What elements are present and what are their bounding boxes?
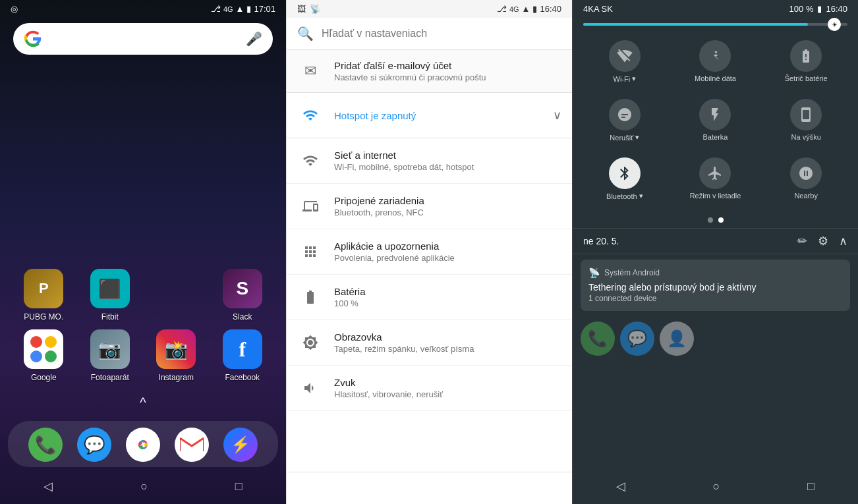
brightness-knob[interactable]: ☀ bbox=[828, 18, 841, 31]
home-button[interactable]: ○ bbox=[140, 480, 148, 493]
qs-tile-bluetooth[interactable]: Bluetooth ▾ bbox=[581, 151, 669, 207]
app-item-fitbit[interactable]: ⬛ Fitbit bbox=[90, 269, 130, 322]
home-screen-panel: ◎ ⎇ 4G ▲ ▮ 17:01 🎤 P PUBG MO. bbox=[0, 0, 286, 504]
battery-settings-icon bbox=[297, 284, 324, 310]
qs-tile-nearby[interactable]: Nearby bbox=[762, 151, 850, 207]
qs-tile-wifi[interactable]: Wi-Fi ▾ bbox=[581, 34, 669, 90]
qs-home-button[interactable]: ○ bbox=[713, 480, 720, 493]
settings-search-input[interactable] bbox=[322, 28, 561, 40]
bt-dropdown-arrow: ▾ bbox=[639, 192, 643, 200]
qs-settings-button[interactable]: ⚙ bbox=[818, 234, 828, 248]
settings-item-connected[interactable]: Pripojené zariadenia Bluetooth, prenos, … bbox=[287, 184, 572, 229]
settings-bt-icon: ⎇ bbox=[497, 4, 507, 14]
qs-tiles-grid: Wi-Fi ▾ Mobilné dáta Šetrič batérie Neru… bbox=[573, 28, 858, 212]
settings-panel: 🖼 📡 ⎇ 4G ▲ ▮ 16:40 🔍 ✉ Pridať ďalší e-ma… bbox=[286, 0, 572, 504]
app-item-instagram[interactable]: 📸 Instagram bbox=[156, 329, 196, 382]
settings-item-sound[interactable]: Zvuk Hlasitosť, vibrovanie, nerušiť bbox=[287, 366, 572, 411]
network-icon bbox=[297, 148, 324, 174]
portrait-tile-icon bbox=[790, 99, 822, 130]
apps-subtitle: Povolenia, predvolené aplikácie bbox=[334, 253, 455, 263]
home-battery-icon: ▮ bbox=[246, 4, 251, 14]
dnd-tile-icon bbox=[609, 99, 641, 130]
qs-battery-pct: 100 % bbox=[789, 4, 814, 14]
settings-recents-button[interactable]: □ bbox=[521, 480, 529, 493]
settings-home-button[interactable]: ○ bbox=[427, 480, 434, 493]
qs-tile-battery-saver[interactable]: Šetrič batérie bbox=[762, 34, 850, 90]
flashlight-tile-icon bbox=[699, 99, 731, 130]
camera-label: Fotoaparát bbox=[91, 373, 129, 382]
app-item-google[interactable]: Google bbox=[24, 329, 63, 382]
qs-tile-mobile-data[interactable]: Mobilné dáta bbox=[672, 34, 760, 90]
hotspot-item[interactable]: Hotspot je zapnutý ∨ bbox=[287, 93, 572, 138]
settings-search-icon: 🔍 bbox=[297, 26, 314, 42]
app-item-facebook[interactable]: f Facebook bbox=[223, 329, 262, 382]
settings-suggestion[interactable]: ✉ Pridať ďalší e-mailový účet Nastavte s… bbox=[287, 50, 572, 93]
qs-edit-button[interactable]: ✏ bbox=[797, 234, 807, 248]
battery-saver-tile-icon bbox=[790, 40, 822, 72]
connected-subtitle: Bluetooth, prenos, NFC bbox=[334, 208, 424, 217]
mobile-data-tile-icon bbox=[699, 40, 731, 72]
app-item-slack[interactable]: S Slack bbox=[223, 269, 262, 322]
qs-recents-button[interactable]: □ bbox=[807, 480, 815, 493]
notification-card-tethering[interactable]: 📡 Systém Android Tethering alebo prístup… bbox=[581, 260, 850, 311]
sound-icon bbox=[297, 375, 324, 401]
google-search-bar[interactable]: 🎤 bbox=[13, 23, 273, 55]
phone-dock-icon[interactable]: 📞 bbox=[28, 428, 63, 462]
email-suggestion-text: Pridať ďalší e-mailový účet Nastavte si … bbox=[334, 60, 486, 82]
qs-battery-icon: ▮ bbox=[817, 4, 822, 14]
qs-dot-2 bbox=[718, 217, 724, 223]
app-item-camera[interactable]: 📷 Fotoaparát bbox=[90, 329, 130, 382]
home-signal-icon: ◎ bbox=[11, 4, 18, 14]
app-item-pubg[interactable]: P PUBG MO. bbox=[24, 269, 63, 322]
wifi-tile-icon bbox=[609, 40, 641, 72]
gmail-dock-icon[interactable] bbox=[175, 428, 209, 462]
email-suggestion-title: Pridať ďalší e-mailový účet bbox=[334, 60, 486, 71]
qs-page-dots bbox=[573, 212, 858, 228]
pubg-icon: P bbox=[24, 269, 63, 308]
qs-bg-extra-icon: 👤 bbox=[660, 322, 694, 356]
apps-text: Aplikácie a upozornenia Povolenia, predv… bbox=[334, 240, 455, 263]
qs-bg-msg-icon: 💬 bbox=[620, 322, 654, 356]
home-4g-icon: 4G bbox=[223, 5, 233, 13]
settings-4g-icon: 4G bbox=[509, 5, 519, 13]
qs-dot-1 bbox=[708, 217, 713, 223]
settings-item-network[interactable]: Sieť a internet Wi-Fi, mobilné, spotreba… bbox=[287, 138, 572, 184]
network-subtitle: Wi-Fi, mobilné, spotreba dát, hotspot bbox=[334, 162, 474, 172]
settings-hotspot-status-icon: 📡 bbox=[310, 4, 320, 14]
swipe-up-indicator[interactable]: ^ bbox=[0, 390, 286, 416]
settings-image-icon: 🖼 bbox=[297, 4, 306, 14]
instagram-icon: 📸 bbox=[156, 329, 196, 369]
hotspot-label: Hotspot je zapnutý bbox=[334, 110, 553, 121]
mic-icon[interactable]: 🎤 bbox=[246, 31, 262, 47]
brightness-control[interactable]: ☀ bbox=[573, 18, 858, 28]
recents-button[interactable]: □ bbox=[235, 480, 243, 493]
brightness-bar[interactable]: ☀ bbox=[583, 23, 847, 26]
settings-status-bar: 🖼 📡 ⎇ 4G ▲ ▮ 16:40 bbox=[287, 0, 572, 18]
qs-tile-dnd[interactable]: Nerušiť ▾ bbox=[581, 92, 669, 148]
qs-collapse-button[interactable]: ∧ bbox=[839, 234, 847, 248]
messenger-dock-icon[interactable]: ⚡ bbox=[223, 428, 258, 462]
google-label: Google bbox=[31, 373, 57, 382]
qs-tile-portrait[interactable]: Na výšku bbox=[762, 92, 850, 148]
app-dock: 📞 💬 ⚡ bbox=[8, 421, 278, 467]
back-button[interactable]: ◁ bbox=[43, 479, 53, 493]
google-icon bbox=[24, 329, 63, 369]
qs-status-bar: 4KA SK 100 % ▮ 16:40 bbox=[573, 0, 858, 18]
instagram-label: Instagram bbox=[159, 373, 194, 382]
settings-back-button[interactable]: ◁ bbox=[330, 479, 339, 493]
home-nav-bar: ◁ ○ □ bbox=[0, 472, 286, 504]
settings-item-display[interactable]: Obrazovka Tapeta, režim spánku, veľkosť … bbox=[287, 320, 572, 366]
sound-subtitle: Hlasitosť, vibrovanie, nerušiť bbox=[334, 389, 443, 399]
messages-dock-icon[interactable]: 💬 bbox=[77, 428, 111, 462]
notif-app-name: Systém Android bbox=[604, 268, 660, 277]
settings-item-apps[interactable]: Aplikácie a upozornenia Povolenia, predv… bbox=[287, 229, 572, 275]
settings-search-bar[interactable]: 🔍 bbox=[287, 18, 572, 50]
qs-tile-airplane[interactable]: Režim v lietadle bbox=[672, 151, 760, 207]
chrome-dock-icon[interactable] bbox=[126, 428, 160, 462]
qs-back-button[interactable]: ◁ bbox=[616, 479, 625, 493]
slack-icon: S bbox=[223, 269, 262, 308]
network-title: Sieť a internet bbox=[334, 150, 474, 161]
settings-item-battery[interactable]: Batéria 100 % bbox=[287, 275, 572, 320]
qs-tile-flashlight[interactable]: Baterka bbox=[672, 92, 760, 148]
wifi-dropdown-arrow: ▾ bbox=[632, 74, 636, 83]
